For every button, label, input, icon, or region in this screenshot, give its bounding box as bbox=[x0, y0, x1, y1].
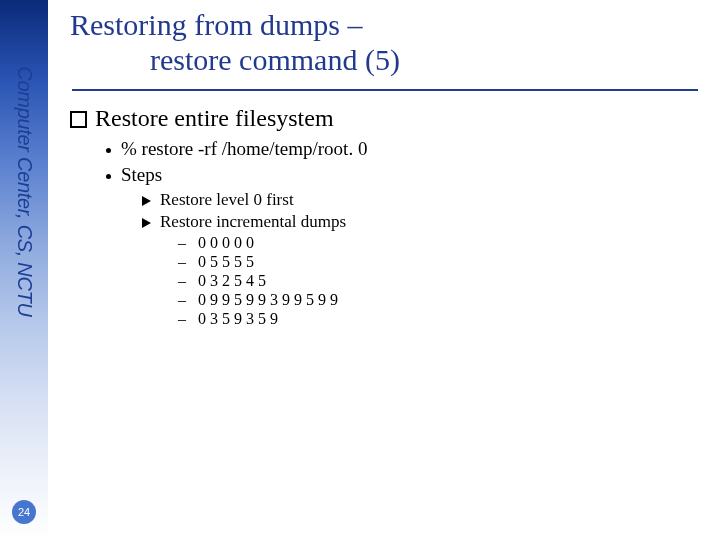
steps-label: Steps bbox=[121, 164, 162, 186]
step-list: Restore level 0 first Restore incrementa… bbox=[142, 190, 700, 328]
seq-row-2: – 0 5 5 5 5 bbox=[178, 253, 700, 271]
step-row-a: Restore level 0 first bbox=[142, 190, 700, 210]
seq-row-5: – 0 3 5 9 3 5 9 bbox=[178, 310, 700, 328]
bullet-heading: Restore entire filesystem bbox=[70, 105, 700, 132]
sub-list: % restore -rf /home/temp/root. 0 Steps R… bbox=[106, 138, 700, 328]
seq-4-text: 0 9 9 5 9 9 3 9 9 5 9 9 bbox=[198, 291, 338, 309]
sidebar-org-label: Computer Center, CS, NCTU bbox=[13, 66, 36, 316]
page-number-badge: 24 bbox=[12, 500, 36, 524]
slide-title: Restoring from dumps – restore command (… bbox=[70, 8, 700, 83]
seq-5-text: 0 3 5 9 3 5 9 bbox=[198, 310, 278, 328]
dash-bullet-icon: – bbox=[178, 272, 188, 290]
seq-3-text: 0 3 2 5 4 5 bbox=[198, 272, 266, 290]
sequence-list: – 0 0 0 0 0 – 0 5 5 5 5 – 0 3 2 5 4 5 – … bbox=[178, 234, 700, 328]
seq-1-text: 0 0 0 0 0 bbox=[198, 234, 254, 252]
triangle-bullet-icon bbox=[142, 218, 151, 228]
dot-bullet-icon bbox=[106, 148, 111, 153]
seq-row-4: – 0 9 9 5 9 9 3 9 9 5 9 9 bbox=[178, 291, 700, 309]
step-row-b: Restore incremental dumps bbox=[142, 212, 700, 232]
sub-item-steps: Steps bbox=[106, 164, 700, 186]
square-bullet-icon bbox=[70, 111, 87, 128]
title-line-2: restore command (5) bbox=[70, 43, 700, 78]
seq-2-text: 0 5 5 5 5 bbox=[198, 253, 254, 271]
slide: Computer Center, CS, NCTU 24 Restoring f… bbox=[0, 0, 720, 540]
triangle-bullet-icon bbox=[142, 196, 151, 206]
dot-bullet-icon bbox=[106, 174, 111, 179]
cmd-text: % restore -rf /home/temp/root. 0 bbox=[121, 138, 367, 160]
title-underline bbox=[72, 89, 698, 91]
step-b-text: Restore incremental dumps bbox=[160, 212, 346, 232]
dash-bullet-icon: – bbox=[178, 310, 188, 328]
seq-row-1: – 0 0 0 0 0 bbox=[178, 234, 700, 252]
dash-bullet-icon: – bbox=[178, 253, 188, 271]
seq-row-3: – 0 3 2 5 4 5 bbox=[178, 272, 700, 290]
bullet-heading-text: Restore entire filesystem bbox=[95, 105, 334, 132]
dash-bullet-icon: – bbox=[178, 291, 188, 309]
content-area: Restoring from dumps – restore command (… bbox=[70, 8, 700, 329]
dash-bullet-icon: – bbox=[178, 234, 188, 252]
title-line-1: Restoring from dumps – bbox=[70, 8, 700, 43]
step-a-text: Restore level 0 first bbox=[160, 190, 294, 210]
sub-item-cmd: % restore -rf /home/temp/root. 0 bbox=[106, 138, 700, 160]
